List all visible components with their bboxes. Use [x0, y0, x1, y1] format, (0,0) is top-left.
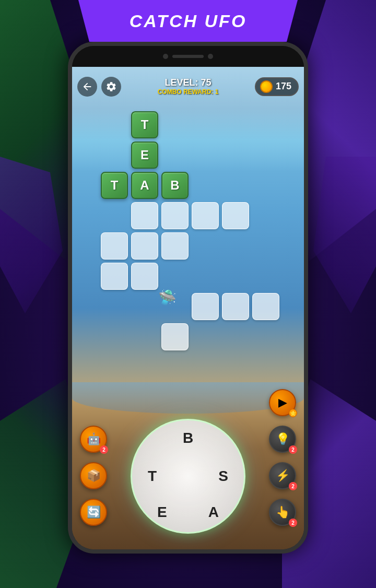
camera-dot [163, 54, 168, 59]
robot-button[interactable]: 🤖 2 [80, 426, 107, 453]
cell-empty-6 [131, 232, 158, 260]
coin-icon [260, 80, 273, 93]
banner-title: CATCH UFO [130, 11, 247, 31]
cell-empty-12 [252, 293, 279, 320]
lightning-badge: 2 [289, 482, 297, 490]
ufo-icon: 🛸 [158, 289, 177, 306]
cell-empty-10 [192, 293, 219, 320]
phone-frame: LEVEL: 75 COMBO REWARD: 1 175 T E T A B [68, 42, 308, 554]
cell-empty-1 [131, 202, 158, 229]
swap-button[interactable]: 🔄 [80, 499, 107, 526]
box-icon: 📦 [87, 469, 101, 483]
wheel-letter-S[interactable]: S [218, 468, 228, 485]
cell-E: E [131, 142, 158, 169]
cell-empty-7 [161, 232, 189, 260]
phone-top-bar [72, 46, 304, 67]
game-screen: LEVEL: 75 COMBO REWARD: 1 175 T E T A B [72, 67, 304, 549]
wheel-letter-A[interactable]: A [208, 504, 219, 521]
speaker-bar [172, 55, 204, 58]
settings-button[interactable] [101, 77, 121, 97]
cell-empty-4 [222, 202, 249, 229]
hint-icon: 💡 [276, 432, 290, 446]
camera-dot-2 [208, 54, 213, 59]
cell-empty-13 [161, 323, 189, 350]
header-center-info: LEVEL: 75 COMBO REWARD: 1 [158, 77, 219, 96]
lightning-button[interactable]: ⚡ 2 [269, 462, 296, 489]
lightning-icon: ⚡ [276, 469, 290, 483]
cell-empty-11 [222, 293, 249, 320]
hand-button[interactable]: 👆 2 [269, 499, 296, 526]
swap-icon: 🔄 [87, 505, 101, 519]
cell-empty-8 [101, 263, 128, 290]
combo-reward-display: COMBO REWARD: 1 [158, 88, 219, 96]
wheel-letter-E[interactable]: E [157, 504, 167, 521]
cell-empty-3 [192, 202, 219, 229]
game-header: LEVEL: 75 COMBO REWARD: 1 175 [77, 72, 299, 101]
hint-button[interactable]: 💡 2 [269, 426, 296, 453]
hand-badge: 2 [289, 519, 297, 527]
video-icon: ▶ [278, 396, 287, 409]
cell-T: T [131, 111, 158, 138]
back-button[interactable] [77, 77, 97, 97]
hint-badge: 2 [289, 445, 297, 454]
wheel-letter-B[interactable]: B [183, 430, 193, 446]
header-left-controls [77, 77, 121, 97]
video-reward-button[interactable]: ▶ 🌟 [269, 389, 296, 416]
cell-T2: T [101, 172, 128, 199]
top-banner: CATCH UFO [78, 0, 298, 42]
cell-A: A [131, 172, 158, 199]
cell-empty-5 [101, 232, 128, 260]
letter-wheel[interactable]: B T S E A [131, 419, 245, 534]
box-button[interactable]: 📦 [80, 462, 107, 489]
hand-icon: 👆 [276, 505, 290, 519]
coins-count: 175 [276, 81, 291, 92]
video-badge: 🌟 [289, 409, 297, 417]
robot-icon: 🤖 [87, 432, 101, 446]
cell-B: B [161, 172, 189, 199]
coins-badge: 175 [255, 77, 299, 96]
cell-empty-2 [161, 202, 189, 229]
cell-empty-9 [131, 263, 158, 290]
wheel-letter-T[interactable]: T [148, 468, 157, 485]
robot-badge: 2 [100, 445, 108, 454]
level-display: LEVEL: 75 [158, 77, 219, 88]
